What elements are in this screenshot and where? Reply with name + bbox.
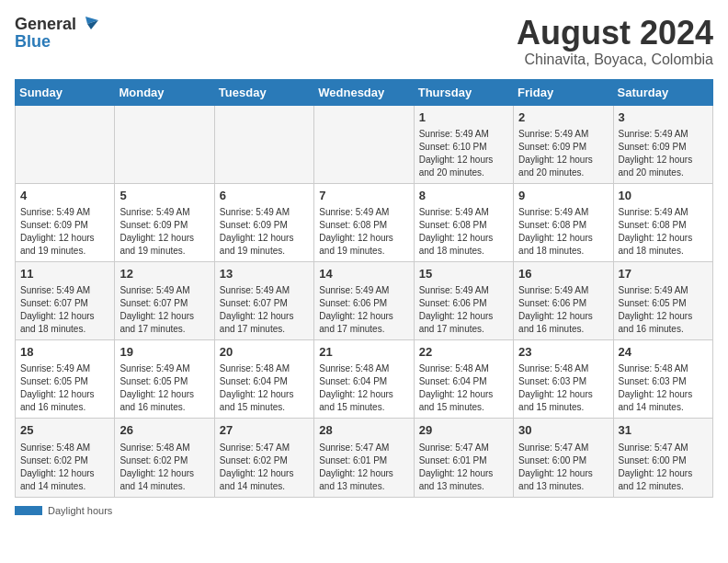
calendar-day-cell: 8Sunrise: 5:49 AM Sunset: 6:08 PM Daylig…	[414, 183, 513, 261]
calendar-week-row: 4Sunrise: 5:49 AM Sunset: 6:09 PM Daylig…	[16, 183, 713, 261]
calendar-body: 1Sunrise: 5:49 AM Sunset: 6:10 PM Daylig…	[16, 105, 713, 497]
calendar-day-cell: 14Sunrise: 5:49 AM Sunset: 6:06 PM Dayli…	[314, 261, 414, 339]
calendar-day-cell: 2Sunrise: 5:49 AM Sunset: 6:09 PM Daylig…	[514, 105, 613, 183]
day-number: 24	[619, 344, 708, 361]
day-info: Sunrise: 5:47 AM Sunset: 6:01 PM Dayligh…	[419, 442, 508, 493]
calendar-day-cell: 21Sunrise: 5:48 AM Sunset: 6:04 PM Dayli…	[314, 340, 414, 419]
calendar-day-cell: 23Sunrise: 5:48 AM Sunset: 6:03 PM Dayli…	[514, 340, 613, 419]
calendar-day-cell: 1Sunrise: 5:49 AM Sunset: 6:10 PM Daylig…	[414, 105, 513, 183]
day-info: Sunrise: 5:49 AM Sunset: 6:08 PM Dayligh…	[319, 206, 408, 258]
calendar-day-cell	[314, 105, 414, 183]
day-number: 11	[20, 266, 109, 282]
calendar-header-row: SundayMondayTuesdayWednesdayThursdayFrid…	[16, 79, 713, 105]
calendar-day-cell	[214, 105, 313, 183]
day-info: Sunrise: 5:48 AM Sunset: 6:04 PM Dayligh…	[220, 362, 309, 414]
day-info: Sunrise: 5:48 AM Sunset: 6:04 PM Dayligh…	[419, 362, 508, 414]
calendar-day-cell: 13Sunrise: 5:49 AM Sunset: 6:07 PM Dayli…	[214, 261, 313, 339]
calendar-day-cell: 17Sunrise: 5:49 AM Sunset: 6:05 PM Dayli…	[613, 261, 712, 339]
calendar-day-cell: 11Sunrise: 5:49 AM Sunset: 6:07 PM Dayli…	[16, 261, 115, 339]
day-number: 27	[220, 422, 309, 439]
day-info: Sunrise: 5:49 AM Sunset: 6:09 PM Dayligh…	[20, 206, 109, 258]
day-info: Sunrise: 5:49 AM Sunset: 6:09 PM Dayligh…	[220, 206, 309, 258]
daylight-bar-icon	[15, 506, 42, 515]
day-number: 5	[119, 188, 209, 204]
day-number: 26	[119, 422, 209, 439]
day-info: Sunrise: 5:47 AM Sunset: 6:00 PM Dayligh…	[518, 442, 608, 493]
day-number: 28	[319, 422, 408, 439]
calendar-day-cell: 5Sunrise: 5:49 AM Sunset: 6:09 PM Daylig…	[115, 183, 214, 261]
calendar-week-row: 1Sunrise: 5:49 AM Sunset: 6:10 PM Daylig…	[16, 105, 713, 183]
day-info: Sunrise: 5:47 AM Sunset: 6:00 PM Dayligh…	[619, 442, 708, 493]
day-number: 3	[619, 109, 708, 126]
day-number: 18	[20, 344, 109, 361]
day-number: 12	[119, 266, 209, 282]
day-number: 7	[319, 188, 408, 204]
calendar-day-cell: 19Sunrise: 5:49 AM Sunset: 6:05 PM Dayli…	[115, 340, 214, 419]
calendar-day-cell: 28Sunrise: 5:47 AM Sunset: 6:01 PM Dayli…	[314, 419, 414, 497]
calendar-day-cell	[115, 105, 214, 183]
day-number: 13	[220, 266, 309, 282]
day-info: Sunrise: 5:48 AM Sunset: 6:02 PM Dayligh…	[20, 442, 109, 493]
calendar-day-cell: 3Sunrise: 5:49 AM Sunset: 6:09 PM Daylig…	[613, 105, 712, 183]
day-number: 31	[619, 422, 708, 439]
day-number: 16	[518, 266, 608, 282]
calendar-day-cell: 15Sunrise: 5:49 AM Sunset: 6:06 PM Dayli…	[414, 261, 513, 339]
day-number: 20	[220, 344, 309, 361]
day-of-week-header: Thursday	[414, 79, 513, 105]
logo-general-text: General	[15, 16, 76, 32]
calendar-day-cell: 12Sunrise: 5:49 AM Sunset: 6:07 PM Dayli…	[115, 261, 214, 339]
calendar-week-row: 25Sunrise: 5:48 AM Sunset: 6:02 PM Dayli…	[16, 419, 713, 497]
day-of-week-header: Wednesday	[314, 79, 414, 105]
location-subtitle: Chinavita, Boyaca, Colombia	[517, 52, 713, 68]
day-info: Sunrise: 5:48 AM Sunset: 6:03 PM Dayligh…	[619, 362, 708, 414]
day-number: 21	[319, 344, 408, 361]
calendar-table: SundayMondayTuesdayWednesdayThursdayFrid…	[15, 79, 713, 498]
day-number: 4	[20, 188, 109, 204]
day-number: 8	[419, 188, 508, 204]
calendar-day-cell: 24Sunrise: 5:48 AM Sunset: 6:03 PM Dayli…	[613, 340, 712, 419]
day-info: Sunrise: 5:49 AM Sunset: 6:09 PM Dayligh…	[119, 206, 209, 258]
footer-note: Daylight hours	[15, 505, 713, 516]
day-number: 25	[20, 422, 109, 439]
calendar-day-cell: 31Sunrise: 5:47 AM Sunset: 6:00 PM Dayli…	[613, 419, 712, 497]
day-info: Sunrise: 5:49 AM Sunset: 6:06 PM Dayligh…	[319, 284, 408, 336]
day-number: 22	[419, 344, 508, 361]
day-number: 23	[518, 344, 608, 361]
day-of-week-header: Sunday	[16, 79, 115, 105]
day-info: Sunrise: 5:48 AM Sunset: 6:04 PM Dayligh…	[319, 362, 408, 414]
day-info: Sunrise: 5:49 AM Sunset: 6:07 PM Dayligh…	[119, 284, 209, 336]
header: General Blue August 2024 Chinavita, Boya…	[15, 15, 713, 68]
day-info: Sunrise: 5:49 AM Sunset: 6:08 PM Dayligh…	[518, 206, 608, 258]
calendar-day-cell: 16Sunrise: 5:49 AM Sunset: 6:06 PM Dayli…	[514, 261, 613, 339]
day-number: 30	[518, 422, 608, 439]
day-number: 1	[419, 109, 508, 126]
logo-bird-icon	[78, 13, 98, 33]
day-info: Sunrise: 5:49 AM Sunset: 6:08 PM Dayligh…	[619, 206, 708, 258]
logo-blue-text: Blue	[15, 33, 98, 50]
calendar-day-cell: 30Sunrise: 5:47 AM Sunset: 6:00 PM Dayli…	[514, 419, 613, 497]
day-number: 29	[419, 422, 508, 439]
day-info: Sunrise: 5:49 AM Sunset: 6:09 PM Dayligh…	[518, 128, 608, 179]
day-info: Sunrise: 5:49 AM Sunset: 6:07 PM Dayligh…	[20, 284, 109, 336]
calendar-day-cell: 27Sunrise: 5:47 AM Sunset: 6:02 PM Dayli…	[214, 419, 313, 497]
day-number: 14	[319, 266, 408, 282]
logo: General Blue	[15, 15, 98, 50]
day-info: Sunrise: 5:49 AM Sunset: 6:09 PM Dayligh…	[619, 128, 708, 179]
day-info: Sunrise: 5:48 AM Sunset: 6:03 PM Dayligh…	[518, 362, 608, 414]
day-info: Sunrise: 5:49 AM Sunset: 6:08 PM Dayligh…	[419, 206, 508, 258]
calendar-day-cell: 9Sunrise: 5:49 AM Sunset: 6:08 PM Daylig…	[514, 183, 613, 261]
day-info: Sunrise: 5:47 AM Sunset: 6:01 PM Dayligh…	[319, 442, 408, 493]
day-info: Sunrise: 5:49 AM Sunset: 6:06 PM Dayligh…	[419, 284, 508, 336]
calendar-day-cell: 18Sunrise: 5:49 AM Sunset: 6:05 PM Dayli…	[16, 340, 115, 419]
day-of-week-header: Saturday	[613, 79, 712, 105]
calendar-week-row: 11Sunrise: 5:49 AM Sunset: 6:07 PM Dayli…	[16, 261, 713, 339]
day-number: 10	[619, 188, 708, 204]
title-section: August 2024 Chinavita, Boyaca, Colombia	[517, 15, 713, 68]
calendar-day-cell: 10Sunrise: 5:49 AM Sunset: 6:08 PM Dayli…	[613, 183, 712, 261]
calendar-day-cell: 22Sunrise: 5:48 AM Sunset: 6:04 PM Dayli…	[414, 340, 513, 419]
day-info: Sunrise: 5:49 AM Sunset: 6:06 PM Dayligh…	[518, 284, 608, 336]
day-number: 19	[119, 344, 209, 361]
day-number: 15	[419, 266, 508, 282]
calendar-day-cell: 20Sunrise: 5:48 AM Sunset: 6:04 PM Dayli…	[214, 340, 313, 419]
day-info: Sunrise: 5:48 AM Sunset: 6:02 PM Dayligh…	[119, 442, 209, 493]
